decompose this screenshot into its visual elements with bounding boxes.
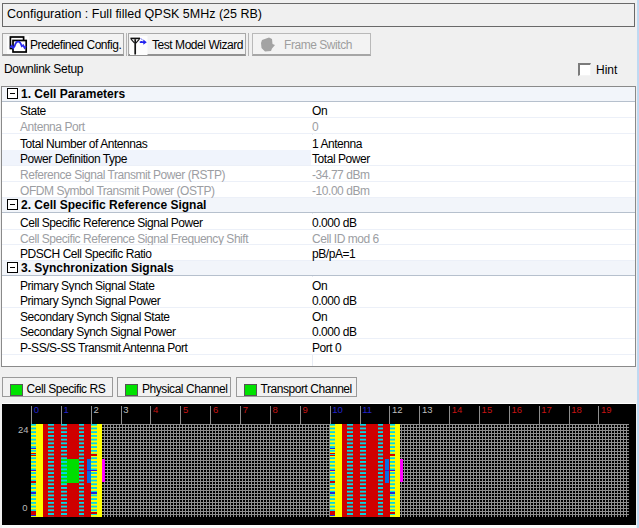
svg-text:8: 8 [273,404,278,415]
svg-text:19: 19 [601,404,612,415]
svg-text:0: 0 [34,404,39,415]
svg-text:7: 7 [243,404,248,415]
svg-text:1: 1 [64,404,69,415]
svg-text:4: 4 [153,404,158,415]
svg-text:10: 10 [332,404,343,415]
svg-text:17: 17 [541,404,552,415]
svg-text:14: 14 [452,404,463,415]
svg-text:5: 5 [183,404,188,415]
svg-text:0: 0 [22,502,27,513]
svg-text:6: 6 [213,404,218,415]
svg-text:16: 16 [512,404,523,415]
svg-text:18: 18 [571,404,582,415]
svg-text:24: 24 [18,424,29,435]
svg-text:12: 12 [392,404,403,415]
svg-text:11: 11 [362,404,372,415]
svg-text:9: 9 [302,404,307,415]
svg-text:15: 15 [482,404,493,415]
svg-text:13: 13 [422,404,433,415]
svg-text:2: 2 [93,404,98,415]
svg-text:3: 3 [123,404,128,415]
